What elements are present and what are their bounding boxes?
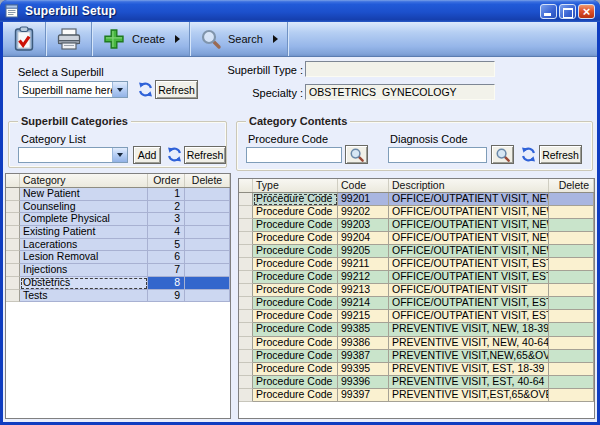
delete-cell[interactable]	[185, 251, 230, 264]
delete-checkbox[interactable]	[566, 246, 577, 257]
column-header-delete[interactable]: Delete	[185, 174, 230, 187]
category-cell[interactable]: Complete Physical	[20, 213, 148, 226]
category-row[interactable]: Counseling2	[6, 201, 230, 214]
search-button[interactable]: Search	[191, 22, 287, 56]
content-row[interactable]: Procedure Code99386PREVENTIVE VISIT, NEW…	[239, 337, 594, 350]
delete-checkbox[interactable]	[566, 233, 577, 244]
code-cell[interactable]: 99386	[338, 337, 389, 350]
delete-checkbox[interactable]	[566, 311, 577, 322]
description-cell[interactable]: OFFICE/OUTPATIENT VISIT, NEW	[389, 245, 549, 258]
delete-cell[interactable]	[549, 258, 594, 271]
delete-cell[interactable]	[185, 226, 230, 239]
delete-cell[interactable]	[185, 277, 230, 290]
code-cell[interactable]: 99387	[338, 350, 389, 363]
description-cell[interactable]: OFFICE/OUTPATIENT VISIT, NEW	[389, 206, 549, 219]
type-cell[interactable]: Procedure Code	[253, 219, 338, 232]
type-cell[interactable]: Procedure Code	[253, 271, 338, 284]
description-cell[interactable]: PREVENTIVE VISIT, EST, 40-64	[389, 376, 549, 389]
description-cell[interactable]: OFFICE/OUTPATIENT VISIT, EST	[389, 258, 549, 271]
content-row[interactable]: Procedure Code99205OFFICE/OUTPATIENT VIS…	[239, 245, 594, 258]
column-header-order[interactable]: Order	[148, 174, 185, 187]
refresh-sync-icon[interactable]	[137, 81, 154, 98]
code-cell[interactable]: 99212	[338, 271, 389, 284]
description-cell[interactable]: OFFICE/OUTPATIENT VISIT	[389, 284, 549, 297]
delete-cell[interactable]	[185, 239, 230, 252]
description-cell[interactable]: OFFICE/OUTPATIENT VISIT, EST	[389, 271, 549, 284]
row-header-cell[interactable]	[239, 232, 253, 245]
type-cell[interactable]: Procedure Code	[253, 284, 338, 297]
create-expand-arrow-icon[interactable]	[175, 35, 180, 43]
add-category-button[interactable]: Add	[133, 146, 161, 164]
delete-checkbox[interactable]	[566, 298, 577, 309]
order-cell[interactable]: 7	[148, 264, 185, 277]
description-cell[interactable]: PREVENTIVE VISIT,EST,65&OVER	[389, 389, 549, 402]
delete-checkbox[interactable]	[566, 259, 577, 270]
delete-cell[interactable]	[549, 389, 594, 402]
row-header-cell[interactable]	[239, 258, 253, 271]
delete-checkbox[interactable]	[566, 389, 577, 400]
code-cell[interactable]: 99385	[338, 323, 389, 336]
superbill-refresh-button[interactable]: Refresh	[155, 80, 198, 99]
chevron-down-icon[interactable]	[112, 82, 127, 97]
category-row[interactable]: Tests9	[6, 290, 230, 303]
delete-cell[interactable]	[549, 284, 594, 297]
code-cell[interactable]: 99397	[338, 389, 389, 402]
delete-cell[interactable]	[549, 310, 594, 323]
content-row[interactable]: Procedure Code99214OFFICE/OUTPATIENT VIS…	[239, 297, 594, 310]
category-row[interactable]: Obstetrics8	[6, 277, 230, 290]
description-cell[interactable]: OFFICE/OUTPATIENT VISIT, EST	[389, 297, 549, 310]
content-row[interactable]: Procedure Code99396PREVENTIVE VISIT, EST…	[239, 376, 594, 389]
content-row[interactable]: Procedure Code99385PREVENTIVE VISIT, NEW…	[239, 323, 594, 336]
delete-checkbox[interactable]	[202, 239, 213, 250]
delete-cell[interactable]	[549, 232, 594, 245]
delete-checkbox[interactable]	[202, 264, 213, 275]
delete-cell[interactable]	[549, 363, 594, 376]
delete-checkbox[interactable]	[566, 220, 577, 231]
order-cell[interactable]: 5	[148, 239, 185, 252]
row-header-cell[interactable]	[6, 251, 20, 264]
column-header-delete[interactable]: Delete	[549, 179, 594, 192]
row-header-cell[interactable]	[6, 226, 20, 239]
row-header-cell[interactable]	[239, 337, 253, 350]
row-header-cell[interactable]	[239, 193, 253, 206]
delete-cell[interactable]	[549, 245, 594, 258]
type-cell[interactable]: Procedure Code	[253, 297, 338, 310]
column-header-code[interactable]: Code	[338, 179, 389, 192]
delete-checkbox[interactable]	[566, 376, 577, 387]
content-row[interactable]: Procedure Code99211OFFICE/OUTPATIENT VIS…	[239, 258, 594, 271]
superbill-name-combobox[interactable]: Superbill name here...	[18, 81, 128, 98]
category-cell[interactable]: Counseling	[20, 201, 148, 214]
type-cell[interactable]: Procedure Code	[253, 389, 338, 402]
category-row[interactable]: Lacerations5	[6, 239, 230, 252]
code-cell[interactable]: 99215	[338, 310, 389, 323]
row-header-cell[interactable]	[6, 213, 20, 226]
order-cell[interactable]: 8	[148, 277, 185, 290]
delete-cell[interactable]	[185, 290, 230, 303]
order-cell[interactable]: 9	[148, 290, 185, 303]
type-cell[interactable]: Procedure Code	[253, 363, 338, 376]
row-header-cell[interactable]	[6, 290, 20, 303]
description-cell[interactable]: PREVENTIVE VISIT, NEW, 40-64	[389, 337, 549, 350]
column-header-description[interactable]: Description	[389, 179, 549, 192]
content-row[interactable]: Procedure Code99201OFFICE/OUTPATIENT VIS…	[239, 193, 594, 206]
delete-checkbox[interactable]	[202, 290, 213, 301]
type-cell[interactable]: Procedure Code	[253, 193, 338, 206]
delete-checkbox[interactable]	[202, 277, 213, 288]
print-button[interactable]	[47, 22, 91, 56]
save-button[interactable]	[3, 22, 45, 56]
delete-cell[interactable]	[549, 206, 594, 219]
category-row[interactable]: New Patient1	[6, 188, 230, 201]
order-cell[interactable]: 4	[148, 226, 185, 239]
code-cell[interactable]: 99395	[338, 363, 389, 376]
code-cell[interactable]: 99211	[338, 258, 389, 271]
code-cell[interactable]: 99205	[338, 245, 389, 258]
row-header-cell[interactable]	[6, 188, 20, 201]
diagnosis-code-search-button[interactable]	[491, 145, 514, 164]
search-expand-arrow-icon[interactable]	[273, 35, 278, 43]
procedure-code-search-button[interactable]	[345, 145, 368, 164]
row-header-cell[interactable]	[6, 239, 20, 252]
code-cell[interactable]: 99201	[338, 193, 389, 206]
type-cell[interactable]: Procedure Code	[253, 232, 338, 245]
content-row[interactable]: Procedure Code99202OFFICE/OUTPATIENT VIS…	[239, 206, 594, 219]
delete-checkbox[interactable]	[566, 194, 577, 205]
